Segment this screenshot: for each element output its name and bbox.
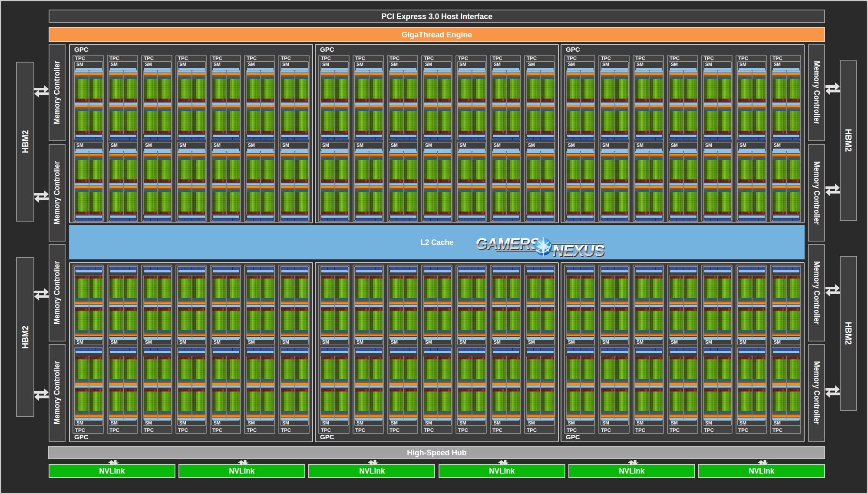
svg-text:NEXUS: NEXUS	[551, 242, 606, 259]
